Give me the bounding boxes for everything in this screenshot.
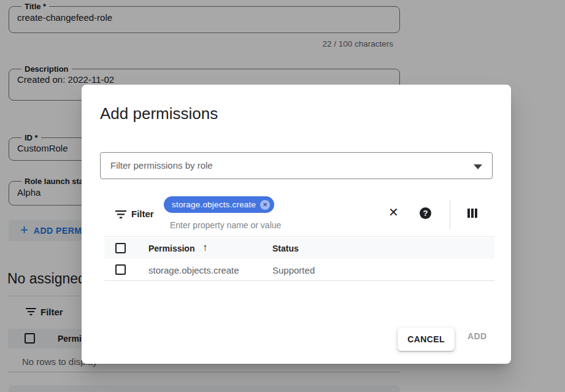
clear-filters-icon[interactable]: ✕: [388, 206, 399, 219]
filter-input-placeholder[interactable]: Enter property name or value: [170, 220, 281, 230]
row-checkbox[interactable]: [115, 264, 126, 275]
table-row[interactable]: storage.objects.create Supported: [104, 259, 494, 281]
permissions-filter-toolbar: Filter storage.objects.create ✕ Enter pr…: [104, 195, 494, 237]
cancel-button[interactable]: CANCEL: [398, 328, 455, 351]
permissions-table: Permission ↑ Status storage.objects.crea…: [104, 238, 494, 281]
add-permissions-dialog: Add permissions Filter permissions by ro…: [82, 85, 511, 364]
filter-chip[interactable]: storage.objects.create ✕: [164, 196, 274, 213]
table-header-row: Permission ↑ Status: [104, 238, 494, 259]
permission-column-header[interactable]: Permission: [148, 244, 194, 253]
filter-chip-label: storage.objects.create: [172, 200, 256, 209]
chip-remove-icon[interactable]: ✕: [260, 200, 270, 210]
chevron-down-icon: [474, 164, 482, 169]
columns-icon[interactable]: [467, 209, 477, 218]
row-status-cell: Supported: [272, 265, 315, 275]
create-role-screen: Title * create-changefeed-role 22 / 100 …: [0, 0, 565, 392]
toolbar-divider: [450, 200, 450, 229]
filter-label: Filter: [131, 209, 154, 219]
sort-ascending-icon[interactable]: ↑: [202, 242, 208, 254]
dropdown-value: Filter permissions by role: [110, 160, 213, 171]
dialog-title: Add permissions: [100, 104, 218, 123]
select-all-checkbox[interactable]: [115, 243, 126, 253]
add-button[interactable]: ADD: [467, 331, 487, 341]
filter-by-role-dropdown[interactable]: Filter permissions by role: [100, 152, 493, 179]
help-icon[interactable]: ?: [420, 207, 431, 219]
status-column-header[interactable]: Status: [272, 244, 299, 253]
row-permission-cell: storage.objects.create: [148, 265, 239, 275]
filter-icon: [115, 210, 126, 218]
